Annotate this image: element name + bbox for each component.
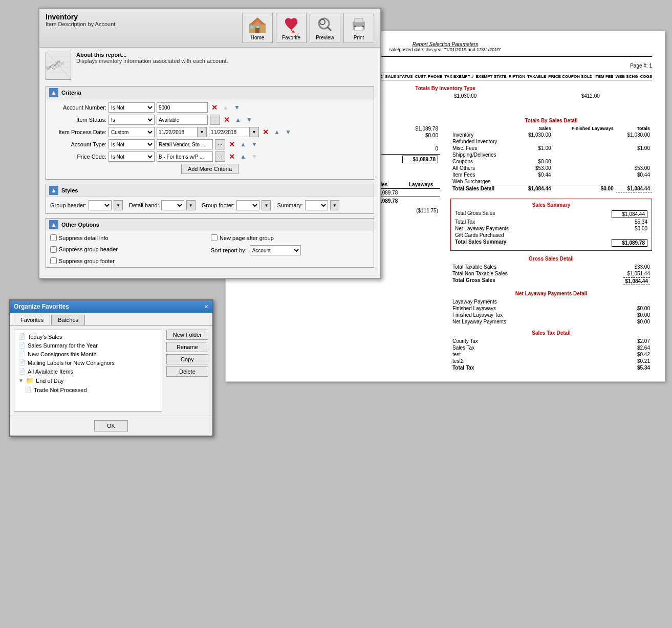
criteria-up-3[interactable]: ▲ bbox=[239, 140, 248, 149]
criteria-value-1[interactable] bbox=[157, 115, 208, 125]
criteria-up-0[interactable]: ▲ bbox=[221, 103, 230, 112]
of-ok-btn[interactable]: OK bbox=[94, 420, 128, 431]
add-more-criteria-btn[interactable]: Add More Criteria bbox=[181, 164, 239, 174]
styles-collapse-btn[interactable]: ▲ bbox=[49, 186, 58, 195]
criteria-value-3[interactable] bbox=[157, 139, 213, 149]
doc-icon-1: 📄 bbox=[18, 342, 26, 349]
criteria-down-0[interactable]: ▼ bbox=[232, 103, 242, 112]
copy-btn[interactable]: Copy bbox=[166, 354, 208, 364]
detail-band-style: Detail band: ▼ bbox=[129, 200, 196, 210]
tree-item-1[interactable]: 📄 Sales Summary for the Year bbox=[16, 341, 160, 350]
of-close-btn[interactable]: × bbox=[204, 302, 208, 311]
group-footer-select[interactable] bbox=[236, 200, 259, 210]
detail-band-dots[interactable]: ▼ bbox=[186, 200, 196, 210]
suppress-group-header-checkbox[interactable] bbox=[50, 246, 57, 253]
criteria-down-4[interactable]: ▼ bbox=[250, 152, 259, 161]
calendar-btn-2[interactable]: ▼ bbox=[250, 127, 259, 137]
favorite-label: Favorite bbox=[282, 35, 300, 40]
print-button[interactable]: Print bbox=[343, 13, 374, 43]
sales-detail-row-1: Refunded Inventory bbox=[450, 138, 652, 145]
criteria-dots-1[interactable]: ··· bbox=[210, 115, 220, 125]
suppress-group-footer-checkbox[interactable] bbox=[50, 257, 57, 264]
home-button[interactable]: Home bbox=[242, 13, 273, 43]
net-layaway-section: Net Layaway Payments Detail Layaway Paym… bbox=[450, 291, 652, 325]
criteria-down-1[interactable]: ▼ bbox=[245, 115, 254, 124]
sales-detail-row-5: All Others$53.00$53.00 bbox=[450, 165, 652, 171]
sales-detail-section: Totals By Sales Detail Sales Finished La… bbox=[450, 118, 652, 192]
group-header-dots[interactable]: ▼ bbox=[114, 200, 123, 210]
criteria-date-from[interactable] bbox=[157, 127, 198, 137]
other-options-collapse-btn[interactable]: ▲ bbox=[49, 220, 58, 229]
criteria-delete-3[interactable]: ✕ bbox=[227, 140, 236, 149]
criteria-condition-1[interactable]: Is bbox=[109, 115, 155, 125]
tree-item-0[interactable]: 📄 Today's Sales bbox=[16, 332, 160, 341]
criteria-label-2: Item Process Date: bbox=[50, 129, 106, 135]
tree-item-5[interactable]: ▼ 📁 End of Day bbox=[16, 376, 160, 385]
group-footer-dots[interactable]: ▼ bbox=[262, 200, 271, 210]
sales-summary-box: Sales Summary Total Gross Sales$1,084.44… bbox=[450, 199, 652, 251]
rename-btn[interactable]: Rename bbox=[166, 342, 208, 352]
criteria-row-0: Account Number: Is Not ✕ ▲ ▼ bbox=[50, 102, 370, 113]
styles-body: Group header: ▼ Detail band: ▼ Group foo… bbox=[46, 197, 374, 213]
about-title: About this report... bbox=[76, 52, 228, 58]
criteria-up-2[interactable]: ▲ bbox=[272, 127, 281, 137]
report-right-col: Totals By Sales Detail Sales Finished La… bbox=[450, 118, 652, 371]
of-tree[interactable]: 📄 Today's Sales 📄 Sales Summary for the … bbox=[14, 330, 162, 412]
sort-label: Sort report by: bbox=[211, 247, 247, 253]
new-folder-btn[interactable]: New Folder bbox=[166, 330, 208, 340]
favorite-button[interactable]: Favorite bbox=[276, 13, 307, 43]
criteria-dots-3[interactable]: ··· bbox=[215, 139, 225, 149]
doc-icon-4: 📄 bbox=[18, 368, 26, 375]
criteria-delete-0[interactable]: ✕ bbox=[210, 103, 219, 112]
criteria-delete-2[interactable]: ✕ bbox=[261, 127, 270, 137]
group-header-select[interactable] bbox=[89, 200, 112, 210]
suppress-group-header-label: Suppress group header bbox=[59, 246, 118, 252]
criteria-section: ▲ Criteria Account Number: Is Not ✕ ▲ ▼ bbox=[46, 86, 374, 180]
tree-item-3[interactable]: 📄 Mailing Labels for New Consignors bbox=[16, 358, 160, 367]
delete-btn[interactable]: Delete bbox=[166, 366, 208, 377]
tree-item-2[interactable]: 📄 New Consignors this Month bbox=[16, 350, 160, 358]
criteria-delete-1[interactable]: ✕ bbox=[222, 115, 231, 124]
detail-band-select[interactable] bbox=[161, 200, 184, 210]
of-tab-favorites[interactable]: Favorites bbox=[14, 315, 50, 325]
criteria-value-4[interactable] bbox=[157, 151, 213, 162]
criteria-condition-3[interactable]: Is Not bbox=[109, 139, 155, 149]
criteria-up-1[interactable]: ▲ bbox=[233, 115, 243, 124]
criteria-condition-0[interactable]: Is Not bbox=[109, 102, 155, 113]
criteria-collapse-btn[interactable]: ▲ bbox=[49, 88, 58, 97]
criteria-delete-4[interactable]: ✕ bbox=[227, 152, 236, 161]
summary-select[interactable] bbox=[305, 200, 328, 210]
tree-item-6[interactable]: 📄 Trade Not Processed bbox=[16, 385, 160, 394]
criteria-condition-4[interactable]: Is Not bbox=[109, 151, 155, 162]
criteria-value-0[interactable] bbox=[157, 102, 208, 113]
summary-dots[interactable]: ▼ bbox=[330, 200, 339, 210]
tree-item-4[interactable]: 📄 All Available Items bbox=[16, 367, 160, 376]
st-row-0: County Tax$2.07 bbox=[450, 338, 652, 344]
criteria-dots-4[interactable]: ··· bbox=[215, 151, 225, 162]
criteria-down-2[interactable]: ▼ bbox=[284, 127, 293, 137]
st-row-3: test2$0.21 bbox=[450, 358, 652, 364]
criteria-down-3[interactable]: ▼ bbox=[250, 140, 259, 149]
criteria-row-2: Item Process Date: Custom ▼ ▼ ✕ ▲ ▼ bbox=[50, 127, 370, 137]
sort-select[interactable]: Account bbox=[250, 245, 301, 255]
other-options-label: Other Options bbox=[61, 222, 99, 228]
other-options-section: ▲ Other Options Suppress detail info New… bbox=[46, 218, 374, 268]
net-layaway-rows: Layaway PaymentsFinished Layaways$0.00Fi… bbox=[450, 298, 652, 325]
styles-label: Styles bbox=[61, 187, 78, 193]
sales-detail-row-0: Inventory$1,030.00$1,030.00 bbox=[450, 132, 652, 138]
sales-detail-row-2: Misc. Fees$1.00$1.00 bbox=[450, 145, 652, 151]
new-page-checkbox[interactable] bbox=[211, 234, 218, 241]
folder-icon-5: 📁 bbox=[26, 377, 34, 384]
preview-button[interactable]: Preview bbox=[310, 13, 340, 43]
nl-row-2: Finished Layaway Tax$0.00 bbox=[450, 312, 652, 318]
of-tab-batches[interactable]: Batches bbox=[51, 315, 85, 325]
print-label: Print bbox=[354, 35, 364, 40]
criteria-up-4[interactable]: ▲ bbox=[239, 152, 248, 161]
criteria-date-to[interactable] bbox=[209, 127, 250, 137]
suppress-detail-checkbox[interactable] bbox=[50, 234, 57, 241]
calendar-btn-1[interactable]: ▼ bbox=[198, 127, 207, 137]
of-body: 📄 Today's Sales 📄 Sales Summary for the … bbox=[10, 326, 212, 416]
criteria-condition-2[interactable]: Custom bbox=[109, 127, 155, 137]
dialog-subtitle: Item Description by Account bbox=[46, 21, 115, 27]
group-header-style: Group header: ▼ bbox=[50, 200, 123, 210]
